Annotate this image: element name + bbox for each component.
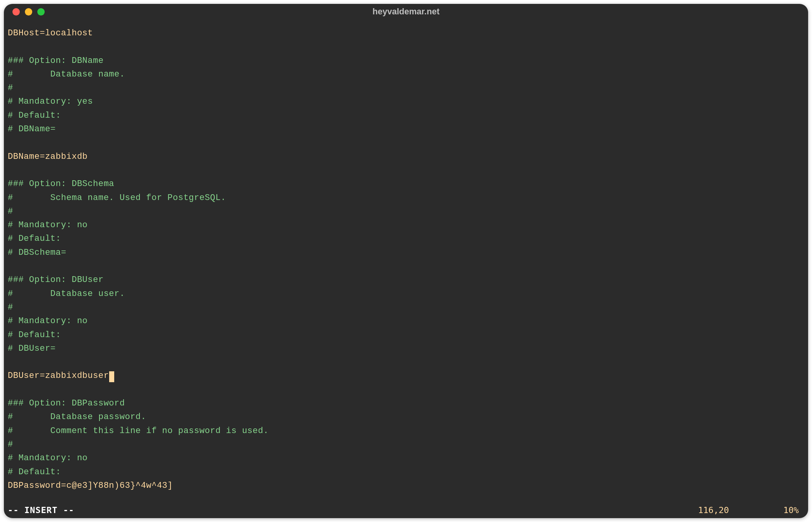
editor-line[interactable]: # Default: — [8, 109, 804, 122]
editor-line[interactable] — [8, 136, 804, 150]
editor-line[interactable] — [8, 164, 804, 177]
editor-line[interactable]: # DBSchema= — [8, 246, 804, 259]
editor-line[interactable] — [8, 40, 804, 54]
vim-mode: -- INSERT -- — [8, 505, 74, 515]
editor-line[interactable]: # — [8, 301, 804, 314]
editor-line[interactable]: # Mandatory: no — [8, 451, 804, 465]
editor-line[interactable]: ### Option: DBPassword — [8, 397, 804, 410]
editor-line[interactable]: # — [8, 438, 804, 451]
editor-line[interactable]: # Mandatory: no — [8, 218, 804, 232]
editor-line[interactable]: # Database password. — [8, 410, 804, 424]
editor-line[interactable]: # Schema name. Used for PostgreSQL. — [8, 191, 804, 205]
editor-line[interactable]: # Mandatory: no — [8, 314, 804, 328]
editor-line[interactable]: # Default: — [8, 328, 804, 342]
close-icon[interactable] — [12, 8, 20, 16]
editor-line[interactable]: ### Option: DBSchema — [8, 177, 804, 191]
editor-line[interactable] — [8, 355, 804, 369]
vim-position: 116,20 — [698, 505, 729, 515]
editor-line[interactable]: # Default: — [8, 465, 804, 479]
editor-line[interactable]: DBUser=zabbixdbuser — [8, 369, 804, 383]
editor-line[interactable]: # — [8, 81, 804, 95]
window-controls — [12, 8, 45, 16]
editor-line[interactable]: ### Option: DBUser — [8, 273, 804, 287]
window-title: heyvaldemar.net — [4, 7, 808, 17]
editor-line[interactable]: DBHost=localhost — [8, 26, 804, 40]
editor-line[interactable]: DBPassword=c@e3]Y88n)63}^4w^43] — [8, 479, 804, 492]
editor-viewport[interactable]: DBHost=localhost### Option: DBName# Data… — [4, 19, 808, 505]
window-titlebar: heyvaldemar.net — [4, 4, 808, 19]
editor-line[interactable]: ### Option: DBName — [8, 54, 804, 68]
minimize-icon[interactable] — [25, 8, 32, 16]
editor-line[interactable]: # Default: — [8, 232, 804, 245]
editor-line[interactable]: # Comment this line if no password is us… — [8, 424, 804, 438]
editor-line[interactable]: DBName=zabbixdb — [8, 150, 804, 164]
editor-line[interactable]: # Database name. — [8, 68, 804, 81]
editor-line[interactable]: # DBUser= — [8, 342, 804, 355]
zoom-icon[interactable] — [37, 8, 45, 16]
vim-statusbar: -- INSERT -- 116,20 10% — [4, 505, 808, 518]
editor-line[interactable]: # — [8, 205, 804, 218]
editor-line[interactable] — [8, 383, 804, 397]
editor-line[interactable]: # Mandatory: yes — [8, 95, 804, 108]
terminal-window: heyvaldemar.net DBHost=localhost### Opti… — [4, 4, 808, 518]
editor-line[interactable]: # Database user. — [8, 287, 804, 301]
editor-line[interactable] — [8, 259, 804, 273]
editor-line[interactable]: # DBName= — [8, 122, 804, 136]
vim-percent: 10% — [783, 505, 799, 515]
text-cursor-icon — [109, 371, 114, 382]
